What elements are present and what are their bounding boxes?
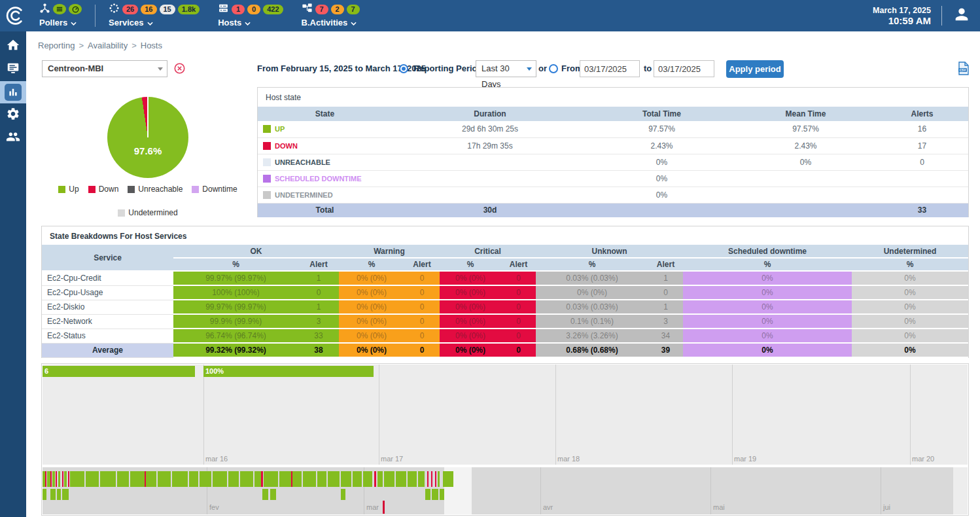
- sub-column-header: %: [852, 258, 968, 271]
- day-label: mar 16: [205, 455, 228, 463]
- month-label: mar: [366, 503, 379, 511]
- breadcrumb-item-hosts[interactable]: Hosts: [141, 41, 162, 50]
- sidebar-item-reporting[interactable]: [0, 81, 26, 103]
- host-state-row: SCHEDULED DOWNTIME0%: [258, 170, 968, 187]
- menu-bactivities-label[interactable]: B.Activities: [302, 18, 360, 27]
- overview-up-segment: [254, 471, 261, 487]
- status-badge[interactable]: 7: [347, 5, 360, 14]
- sub-column-header: Alert: [501, 258, 536, 271]
- list-icon[interactable]: [53, 4, 66, 14]
- clear-selection-icon[interactable]: [174, 63, 185, 77]
- centreon-logo-icon[interactable]: [0, 5, 30, 27]
- value-cell: 0%: [735, 154, 876, 170]
- breadcrumb-separator: >: [131, 41, 137, 50]
- status-badge[interactable]: 1.8k: [178, 5, 200, 14]
- breakdown-value-cell: 0: [501, 300, 536, 314]
- clock: March 17, 2025 10:59 AM: [873, 6, 931, 26]
- host-state-row: UNDETERMINED0%: [258, 187, 968, 203]
- column-header: Total Time: [588, 107, 735, 121]
- service-name-cell: Ec2-Network: [42, 314, 173, 329]
- sidebar-item-monitoring[interactable]: [0, 58, 26, 80]
- status-badge[interactable]: 26: [122, 5, 138, 14]
- breadcrumb-item-availability[interactable]: Availability: [88, 41, 128, 50]
- cell-value: 0.1% (0.1%): [570, 317, 614, 326]
- overview-up-segment-row2: [432, 489, 438, 500]
- overview-down-segment: [261, 471, 263, 487]
- overview-down-segment: [68, 471, 69, 487]
- sidebar-item-home[interactable]: [0, 35, 26, 58]
- sidebar-item-administration[interactable]: [0, 127, 26, 149]
- cell-value: 0%: [904, 288, 915, 297]
- status-badge[interactable]: 422: [263, 5, 283, 14]
- menu-pollers[interactable]: Pollers: [39, 3, 82, 27]
- host-select[interactable]: Centreon-MBI: [42, 60, 167, 77]
- cell-value: 0% (0%): [357, 288, 387, 297]
- chevron-down-icon: [527, 67, 532, 71]
- status-badge[interactable]: 0: [247, 5, 260, 14]
- chevron-down-icon: [351, 18, 357, 27]
- custom-period-radio[interactable]: [549, 64, 558, 73]
- menu-services-label[interactable]: Services: [109, 18, 200, 27]
- menu-pollers-label[interactable]: Pollers: [39, 18, 82, 27]
- timeline-detail-chart[interactable]: mar 16mar 17mar 18mar 19mar 206100%: [43, 365, 968, 465]
- top-menu-bar: Pollers2616151.8kServices10422Hosts727B.…: [30, 0, 369, 31]
- menu-bactivities[interactable]: 727B.Activities: [302, 3, 360, 27]
- overview-up-segment: [158, 471, 171, 487]
- menu-hosts[interactable]: 10422Hosts: [218, 3, 283, 27]
- cell-value: 0% (0%): [357, 302, 387, 312]
- cell-value: 3: [663, 317, 668, 326]
- overview-up-segment: [264, 471, 278, 487]
- to-date-input[interactable]: [654, 60, 714, 77]
- column-header: OK: [173, 245, 339, 258]
- status-badge[interactable]: 16: [141, 5, 156, 14]
- overview-up-segment: [353, 471, 362, 487]
- day-label: mar 20: [912, 455, 934, 463]
- status-badge[interactable]: 2: [331, 5, 344, 14]
- user-menu-icon[interactable]: [953, 5, 971, 26]
- breakdown-value-cell: 0%: [852, 285, 968, 300]
- sidebar-item-configuration[interactable]: [0, 104, 26, 126]
- services-icon: [109, 3, 120, 16]
- breakdown-value-cell: 0%: [852, 329, 968, 343]
- overview-up-segment: [384, 471, 394, 487]
- breakdown-header-sub: %Alert%Alert%Alert%Alert%%: [42, 258, 968, 271]
- menu-services[interactable]: 2616151.8kServices: [109, 3, 200, 27]
- timeline-overview-chart[interactable]: fevmaravrmaijui: [43, 467, 968, 514]
- menu-hosts-label[interactable]: Hosts: [218, 18, 283, 27]
- host-state-title: Host state: [258, 88, 968, 102]
- cell-value: 0%: [761, 302, 773, 312]
- state-swatch: [263, 158, 271, 166]
- column-header: Warning: [339, 245, 440, 258]
- month-label: jui: [883, 503, 890, 511]
- status-badge[interactable]: 15: [160, 5, 175, 14]
- breakdown-value-cell: 0.68% (0.68%): [536, 343, 648, 357]
- availability-bar-label: 100%: [205, 367, 224, 375]
- period-select[interactable]: Last 30 Days: [476, 60, 536, 77]
- sub-column-header: %: [339, 258, 404, 271]
- gauge-icon[interactable]: [69, 4, 82, 14]
- breadcrumb-item-reporting[interactable]: Reporting: [38, 41, 75, 50]
- breakdown-value-cell: 0: [501, 329, 536, 343]
- overview-down-segment: [50, 471, 52, 487]
- breakdown-value-cell: 0% (0%): [440, 314, 501, 329]
- cell-value: 0: [516, 331, 521, 340]
- from-date-input[interactable]: [580, 60, 640, 77]
- timeline-cursor: [383, 501, 385, 514]
- sub-column-header: Alert: [404, 258, 440, 271]
- column-header: Undetermined: [852, 245, 968, 258]
- status-badge[interactable]: 7: [315, 5, 328, 14]
- value-cell: [876, 187, 968, 203]
- cell-value: 3: [317, 317, 321, 326]
- breakdown-row: Ec2-Status96.74% (96.74%)330% (0%)00% (0…: [42, 329, 968, 343]
- reporting-period-radio[interactable]: [399, 64, 408, 73]
- csv-export-icon[interactable]: CSV: [958, 62, 970, 78]
- chevron-down-icon: [147, 18, 153, 27]
- centreon-app: Pollers2616151.8kServices10422Hosts727B.…: [0, 0, 980, 517]
- breakdown-value-cell: 0: [648, 285, 683, 300]
- apply-period-button[interactable]: Apply period: [726, 60, 784, 78]
- breakdown-value-cell: 3: [298, 314, 339, 329]
- value-cell: 17h 29m 35s: [392, 137, 588, 154]
- breakdown-value-cell: 1: [298, 271, 339, 285]
- column-header: Mean Time: [735, 107, 876, 121]
- status-badge[interactable]: 1: [232, 5, 245, 14]
